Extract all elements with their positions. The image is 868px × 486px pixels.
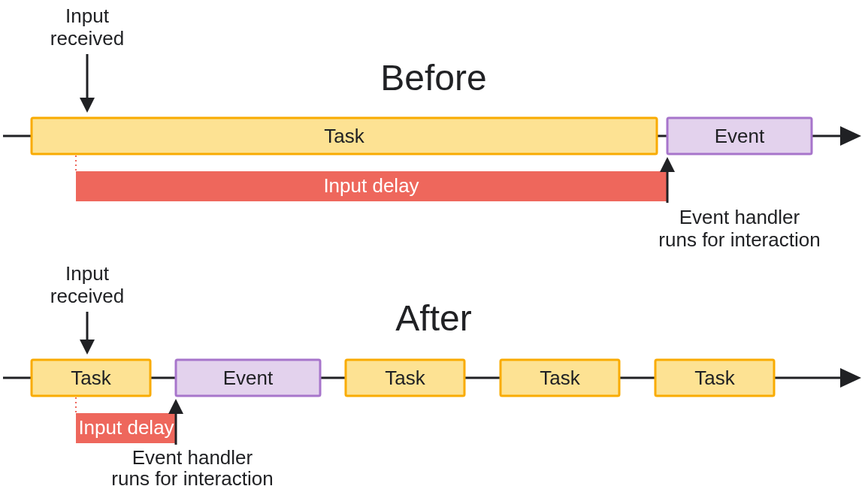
after-task-label-2: Task xyxy=(385,367,425,389)
arrowhead-right-icon xyxy=(840,126,861,146)
before-input-received-line2: received xyxy=(50,27,124,50)
after-input-received-line2: received xyxy=(50,285,124,307)
before-input-received-line1: Input xyxy=(65,5,110,27)
before-handler-l2: runs for interaction xyxy=(658,228,820,251)
before-input-delay-label: Input delay xyxy=(323,174,419,197)
before-task-label: Task xyxy=(324,125,364,147)
arrowhead-right-icon xyxy=(840,368,861,388)
after-task-label-1: Task xyxy=(71,367,111,389)
after-task-label-4: Task xyxy=(694,367,735,389)
after-event-label: Event xyxy=(223,367,274,389)
arrowhead-up-icon xyxy=(168,399,183,414)
arrowhead-icon xyxy=(80,98,95,113)
heading-before: Before xyxy=(380,58,486,98)
after-input-delay-label: Input delay xyxy=(78,416,174,439)
heading-after: After xyxy=(395,298,471,338)
after-task-label-3: Task xyxy=(540,367,580,389)
after-input-received-line1: Input xyxy=(65,262,110,285)
before-event-label: Event xyxy=(715,125,765,147)
arrowhead-icon xyxy=(80,340,95,355)
after-handler-l1: Event handler xyxy=(132,446,253,469)
before-handler-l1: Event handler xyxy=(679,206,800,228)
after-handler-l2: runs for interaction xyxy=(111,467,273,486)
diagram: Before Input received Task Event Input d… xyxy=(0,0,868,486)
arrowhead-up-icon xyxy=(660,157,675,172)
